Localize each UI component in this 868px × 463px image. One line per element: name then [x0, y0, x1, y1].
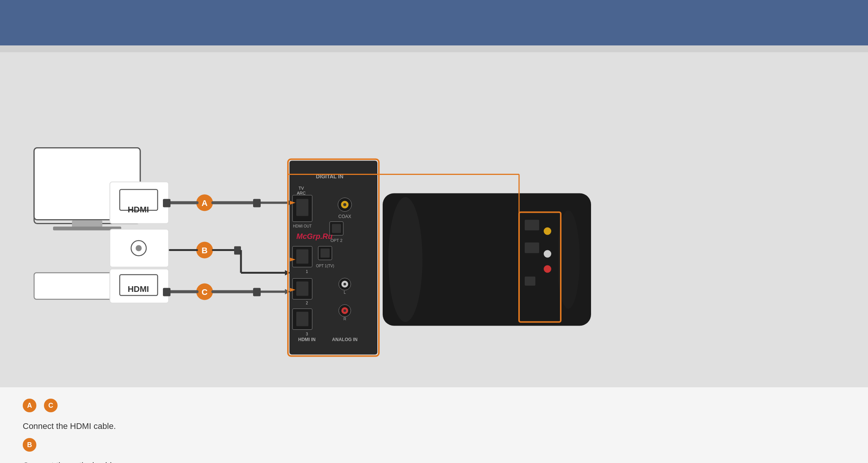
- svg-text:A: A: [202, 198, 208, 208]
- svg-text:McGrp.Ru: McGrp.Ru: [296, 232, 333, 240]
- svg-rect-68: [296, 312, 308, 326]
- badge-c: C: [44, 399, 58, 412]
- svg-rect-19: [163, 199, 170, 207]
- separator: [0, 45, 868, 52]
- svg-point-65: [344, 283, 346, 285]
- main-content: HDMI HDMI A B: [0, 52, 868, 463]
- svg-rect-92: [525, 277, 535, 286]
- svg-rect-61: [296, 282, 308, 296]
- label-row-ac: A C: [23, 399, 845, 412]
- svg-text:HDMI IN: HDMI IN: [298, 337, 316, 342]
- svg-text:ARC: ARC: [297, 191, 305, 195]
- text-ac: Connect the HDMI cable.: [23, 420, 845, 432]
- svg-rect-27: [234, 246, 241, 255]
- svg-rect-36: [253, 288, 261, 296]
- badge-a: A: [23, 399, 36, 412]
- svg-text:HDMI OUT: HDMI OUT: [293, 224, 311, 228]
- svg-rect-55: [296, 249, 308, 264]
- svg-rect-52: [332, 224, 341, 233]
- svg-point-81: [388, 197, 422, 322]
- svg-text:B: B: [202, 246, 208, 255]
- svg-rect-3: [72, 221, 102, 228]
- svg-point-49: [343, 203, 346, 206]
- text-b: Connect the optical cable.: [23, 459, 845, 463]
- svg-point-88: [544, 228, 551, 235]
- svg-rect-89: [525, 243, 539, 253]
- svg-rect-58: [321, 249, 330, 258]
- svg-text:C: C: [202, 287, 208, 297]
- badge-b: B: [23, 438, 36, 452]
- svg-text:TV: TV: [299, 186, 304, 190]
- svg-point-10: [136, 245, 142, 251]
- svg-rect-5: [110, 182, 169, 224]
- bottom-text-area: A C Connect the HDMI cable. B Connect th…: [0, 387, 868, 463]
- svg-text:ANALOG IN: ANALOG IN: [332, 337, 357, 342]
- svg-text:R: R: [343, 317, 346, 321]
- svg-text:1: 1: [306, 270, 308, 274]
- svg-rect-86: [521, 215, 558, 321]
- svg-rect-87: [525, 220, 539, 231]
- label-row-b: B: [23, 438, 845, 452]
- svg-text:2: 2: [306, 301, 308, 305]
- svg-text:OPT 1(TV): OPT 1(TV): [316, 264, 334, 268]
- svg-text:3: 3: [306, 332, 308, 336]
- svg-point-90: [544, 250, 551, 258]
- top-banner: [0, 0, 868, 45]
- svg-point-72: [344, 309, 346, 312]
- svg-point-91: [544, 265, 551, 273]
- svg-rect-45: [296, 199, 308, 216]
- svg-text:COAX: COAX: [338, 214, 351, 219]
- svg-rect-35: [163, 288, 170, 296]
- svg-rect-20: [253, 199, 261, 207]
- svg-text:HDMI: HDMI: [128, 205, 149, 214]
- svg-text:HDMI: HDMI: [128, 284, 149, 294]
- svg-text:L: L: [344, 290, 346, 295]
